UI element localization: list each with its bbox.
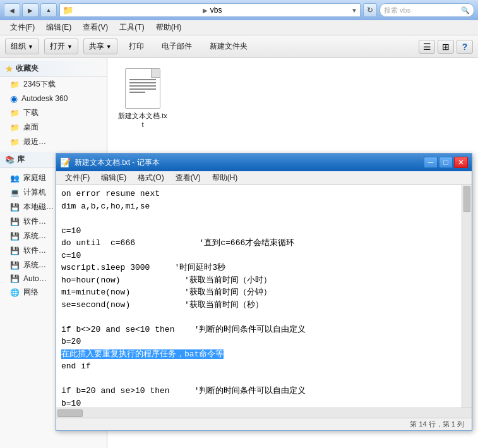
notepad-title-bar: 📝 新建文本文档.txt - 记事本 ─ □ ✕ <box>56 154 472 171</box>
sidebar-item-label-autodesk: Autodesk 360 <box>21 94 68 103</box>
share-dropdown-icon: ▼ <box>106 44 112 50</box>
notepad-app-icon: 📝 <box>60 157 71 167</box>
system1-icon: 💾 <box>10 232 20 241</box>
search-placeholder-text: 搜索 vbs <box>384 6 410 15</box>
notepad-menu-edit[interactable]: 编辑(E) <box>96 171 131 185</box>
sidebar-item-label-system2: 系统… <box>23 260 46 270</box>
notepad-menu-format[interactable]: 格式(O) <box>133 171 169 185</box>
explorer-toolbar: 组织 ▼ 打开 ▼ 共享 ▼ 打印 电子邮件 新建文件夹 ☰ ⊞ ? <box>0 35 478 58</box>
notepad-window-controls: ─ □ ✕ <box>424 157 468 168</box>
print-button[interactable]: 打印 <box>122 39 150 54</box>
folder-icon: 📁 <box>63 5 73 15</box>
txt-file-graphic <box>125 68 160 109</box>
notepad-horizontal-scrollbar[interactable] <box>56 408 472 418</box>
notepad-title-text: 新建文本文档.txt - 记事本 <box>75 157 420 168</box>
up-button[interactable]: ▲ <box>40 3 57 17</box>
address-bar[interactable]: 📁 ▶ vbs ▼ <box>59 3 361 17</box>
file-item-txt[interactable]: 新建文本文档.txt <box>117 68 168 128</box>
open-dropdown-icon: ▼ <box>67 44 73 50</box>
file-name: 新建文本文档.txt <box>117 111 168 128</box>
favorites-label: 收藏夹 <box>16 63 39 74</box>
computer-icon: 💻 <box>10 188 20 197</box>
sidebar-item-recent[interactable]: 📁 最近… <box>0 135 107 149</box>
sidebar-item-label-system1: 系统… <box>23 231 46 241</box>
menu-help[interactable]: 帮助(H) <box>151 21 187 34</box>
email-button[interactable]: 电子邮件 <box>155 39 198 54</box>
view-toggle-button[interactable]: ☰ <box>419 40 435 54</box>
sidebar-item-label-2345: 2345下载 <box>23 79 56 90</box>
share-label: 共享 <box>89 41 104 52</box>
folder-icon-2345: 📁 <box>10 80 20 89</box>
sidebar-item-label-software1: 软件… <box>23 216 46 227</box>
menu-edit[interactable]: 编辑(E) <box>41 21 76 34</box>
file-line-5 <box>129 92 145 93</box>
sidebar-item-label-network: 网络 <box>23 287 39 298</box>
notepad-close-button[interactable]: ✕ <box>454 157 468 168</box>
notepad-minimize-button[interactable]: ─ <box>424 157 438 168</box>
scrollbar-thumb[interactable] <box>463 186 470 212</box>
sidebar-item-2345[interactable]: 📁 2345下载 <box>0 77 107 92</box>
back-button[interactable]: ◀ <box>4 3 20 17</box>
notepad-editor[interactable]: on error resume next dim a,b,c,ho,mi,se … <box>56 185 462 408</box>
sidebar-item-label-software2: 软件… <box>23 245 46 256</box>
library-label: 库 <box>17 154 25 165</box>
software1-icon: 💾 <box>10 217 20 226</box>
localdisk-icon: 💾 <box>10 203 20 212</box>
notepad-menu-file[interactable]: 文件(F) <box>60 171 95 185</box>
favorites-header: ★ 收藏夹 <box>0 61 107 77</box>
notepad-content-area: on error resume next dim a,b,c,ho,mi,se … <box>56 185 472 408</box>
sidebar-item-label-homegroup: 家庭组 <box>23 173 46 183</box>
share-button[interactable]: 共享 ▼ <box>83 39 117 54</box>
system2-icon: 💾 <box>10 261 20 270</box>
file-line-3 <box>129 85 156 87</box>
sidebar-item-autodesk[interactable]: ◉ Autodesk 360 <box>0 92 107 106</box>
open-label: 打开 <box>50 41 65 52</box>
notepad-menu-bar: 文件(F) 编辑(E) 格式(O) 查看(V) 帮助(H) <box>56 171 472 185</box>
notepad-menu-help[interactable]: 帮助(H) <box>207 171 243 185</box>
address-text: vbs <box>210 6 222 15</box>
new-folder-button[interactable]: 新建文件夹 <box>203 39 254 54</box>
search-icon: 🔍 <box>461 6 470 15</box>
notepad-menu-view[interactable]: 查看(V) <box>170 171 206 185</box>
homegroup-icon: 👥 <box>10 174 20 183</box>
sidebar-item-download[interactable]: 📁 下载 <box>0 106 107 120</box>
nav-buttons: ◀ ▶ ▲ <box>4 3 57 17</box>
toolbar-right: ☰ ⊞ ? <box>419 40 473 54</box>
notepad-scrollbar[interactable] <box>462 185 472 408</box>
h-scrollbar-thumb[interactable] <box>57 409 83 417</box>
menu-file[interactable]: 文件(F) <box>5 21 40 34</box>
favorites-section: ★ 收藏夹 📁 2345下载 ◉ Autodesk 360 📁 下载 📁 <box>0 61 107 149</box>
file-line-4 <box>129 88 156 90</box>
notepad-maximize-button[interactable]: □ <box>439 157 453 168</box>
folder-icon-desktop: 📁 <box>10 123 20 132</box>
sidebar-item-label-localdisk: 本地磁… <box>23 202 54 212</box>
file-corner <box>151 69 160 78</box>
menu-tools[interactable]: 工具(T) <box>114 21 149 34</box>
address-expand-icon[interactable]: ▼ <box>351 7 357 14</box>
file-icon-large <box>122 68 163 109</box>
autodesk-icon: ◉ <box>10 94 18 104</box>
organize-button[interactable]: 组织 ▼ <box>5 39 39 54</box>
explorer-menu-bar: 文件(F) 编辑(E) 查看(V) 工具(T) 帮助(H) <box>0 20 478 35</box>
open-button[interactable]: 打开 ▼ <box>44 39 78 54</box>
folder-icon-recent: 📁 <box>10 138 20 147</box>
view-detail-button[interactable]: ⊞ <box>438 40 454 54</box>
address-dropdown-icon: ▶ <box>203 7 208 14</box>
sidebar-item-desktop[interactable]: 📁 桌面 <box>0 120 107 135</box>
forward-button[interactable]: ▶ <box>22 3 39 17</box>
organize-dropdown-icon: ▼ <box>28 44 33 50</box>
menu-view[interactable]: 查看(V) <box>78 21 113 34</box>
library-icon: 📚 <box>5 155 15 164</box>
sidebar-item-label-auto: Auto… <box>23 274 47 283</box>
notepad-cursor-position: 第 14 行，第 1 列 <box>410 420 464 429</box>
folder-icon-download: 📁 <box>10 109 20 118</box>
sidebar-item-label-desktop: 桌面 <box>23 122 39 133</box>
search-bar[interactable]: 搜索 vbs 🔍 <box>379 3 474 17</box>
auto-icon: 💾 <box>10 274 20 283</box>
help-button[interactable]: ? <box>457 40 473 54</box>
file-line-2 <box>129 82 156 83</box>
organize-label: 组织 <box>11 41 26 52</box>
sidebar-item-label-computer: 计算机 <box>23 187 46 198</box>
refresh-button[interactable]: ↻ <box>363 3 377 17</box>
file-line-1 <box>129 79 156 80</box>
